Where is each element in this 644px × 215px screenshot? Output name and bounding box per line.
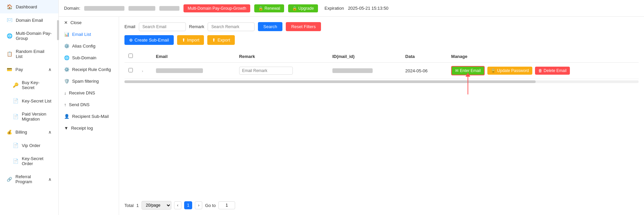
sidebar-item-label: Vip Order bbox=[22, 143, 40, 148]
vip-icon: 📄 bbox=[13, 143, 18, 148]
sec-item-send-dns[interactable]: ↑ Send DNS bbox=[59, 99, 119, 111]
sec-item-spam-filter[interactable]: 🛡️ Spam filtering bbox=[59, 75, 119, 87]
data-column-header: Data bbox=[401, 50, 447, 63]
sec-item-sub-domain[interactable]: 🌐 Sub-Domain bbox=[59, 52, 119, 64]
row-data-cell: 2024-05-06 bbox=[401, 63, 447, 79]
mailid-column-header: ID(mail_id) bbox=[328, 50, 401, 63]
goto-label: Go to bbox=[205, 203, 216, 208]
remark-column-header: Remark bbox=[235, 50, 328, 63]
email-table-container: Email Remark ID(mail_id) Data bbox=[124, 50, 639, 196]
sec-item-receive-dns[interactable]: ↓ Receive DNS bbox=[59, 87, 119, 99]
manage-actions: ✉ Enter Email bbox=[451, 66, 635, 75]
goto-page-input[interactable] bbox=[218, 201, 235, 209]
sidebar-item-referral[interactable]: 🔗 Referral Program ∧ bbox=[0, 170, 58, 188]
lock-icon: 🔒 bbox=[491, 68, 496, 73]
email-search-input[interactable] bbox=[139, 22, 186, 31]
sidebar-item-label: Key-Secret List bbox=[22, 98, 51, 103]
key-icon: 🔑 bbox=[13, 82, 18, 88]
expand-icon[interactable]: › bbox=[142, 69, 143, 73]
expand-header bbox=[138, 50, 152, 63]
trash-icon: 🗑 bbox=[538, 68, 542, 73]
page-size-select[interactable]: 20/page 50/page 100/page bbox=[142, 201, 171, 210]
pay-group-button[interactable]: Multi-Domain Pay-Group-Growth bbox=[183, 4, 250, 12]
sec-item-receipt-log[interactable]: ▼ Receipt log bbox=[59, 122, 119, 134]
receive-dns-icon: ↓ bbox=[64, 90, 66, 95]
export-button[interactable]: ⬆ Export bbox=[207, 35, 235, 45]
search-button[interactable]: Search bbox=[258, 22, 282, 31]
row-checkbox-cell bbox=[124, 63, 138, 79]
chevron-up-icon: ∧ bbox=[48, 130, 52, 135]
topbar: Domain: Multi-Domain Pay-Group-Growth 🔒 … bbox=[59, 0, 644, 17]
status-value bbox=[159, 6, 179, 11]
sec-item-receipt-rule[interactable]: ⚙️ Receipt Rule Config bbox=[59, 64, 119, 75]
expiration-date: 2025-05-21 15:13:50 bbox=[348, 6, 388, 11]
page-1-button[interactable]: 1 bbox=[184, 201, 193, 209]
email-table: Email Remark ID(mail_id) Data bbox=[124, 50, 639, 79]
sidebar-item-label: Key-Secret Order bbox=[22, 156, 52, 166]
horizontal-scrollbar[interactable] bbox=[124, 80, 639, 83]
sidebar-item-dashboard[interactable]: 🏠 Dashboard bbox=[0, 0, 58, 13]
create-sub-email-button[interactable]: ⊕ Create Sub-Email bbox=[124, 35, 174, 45]
row-manage-cell: ✉ Enter Email bbox=[447, 63, 639, 79]
export-icon: ⬆ bbox=[212, 38, 216, 43]
manage-column-header: Manage bbox=[447, 50, 639, 63]
chart-icon: 📊 bbox=[64, 32, 69, 37]
plus-icon: ⊕ bbox=[129, 38, 133, 43]
alias-icon: ⚙️ bbox=[64, 44, 69, 49]
sidebar-item-label: Random Email List bbox=[16, 49, 52, 59]
upgrade-button[interactable]: 🔒 Upgrade bbox=[288, 4, 318, 12]
sidebar-item-label: Domain Email bbox=[16, 18, 43, 23]
sidebar-item-pay[interactable]: 💳 Pay ∧ bbox=[0, 63, 58, 76]
recipient-icon: 👤 bbox=[64, 114, 69, 119]
row-email-cell bbox=[152, 63, 235, 79]
sidebar-item-buy-key-secret[interactable]: 🔑 Buy Key-Secret bbox=[0, 76, 58, 94]
prev-page-button[interactable]: ‹ bbox=[174, 201, 181, 209]
sidebar-item-key-secret-order[interactable]: 📄 Key-Secret Order bbox=[0, 152, 58, 170]
main-area: Domain: Multi-Domain Pay-Group-Growth 🔒 … bbox=[59, 0, 644, 215]
content-area: ✕ Close 📊 Email List ⚙️ Alias Config 🌐 S… bbox=[59, 17, 644, 215]
sec-item-recipient-sub[interactable]: 👤 Recipient Sub-Mail bbox=[59, 111, 119, 122]
row-checkbox[interactable] bbox=[128, 68, 133, 72]
row-expand-cell: › bbox=[138, 63, 152, 79]
expiration-label: Expiration bbox=[325, 6, 344, 11]
sidebar-item-multi-domain[interactable]: 🌐 Multi-Domain Pay-Group bbox=[0, 27, 58, 45]
sidebar-item-domain-email[interactable]: ✉️ Domain Email bbox=[0, 13, 58, 27]
sidebar-item-billing[interactable]: 💰 Billing ∧ bbox=[0, 126, 58, 139]
dashboard-icon: 🏠 bbox=[7, 4, 12, 9]
random-email-icon: 📋 bbox=[7, 51, 12, 57]
remark-search-input[interactable] bbox=[208, 22, 255, 31]
enter-icon: ✉ bbox=[455, 68, 459, 73]
sidebar-item-label: Billing bbox=[15, 130, 27, 135]
sec-item-alias-config[interactable]: ⚙️ Alias Config bbox=[59, 40, 119, 52]
sidebar-item-vip-order[interactable]: 📄 Vip Order bbox=[0, 139, 58, 152]
domain-value bbox=[84, 6, 124, 11]
order-icon: 📄 bbox=[13, 158, 18, 164]
total-label: Total bbox=[124, 203, 133, 208]
sidebar-item-label: Buy Key-Secret bbox=[22, 80, 52, 90]
sidebar-item-label: Referral Program bbox=[15, 174, 48, 184]
import-button[interactable]: ⬆ Import bbox=[177, 35, 204, 45]
select-all-header bbox=[124, 50, 138, 63]
sidebar-item-random-email[interactable]: 📋 Random Email List bbox=[0, 45, 58, 63]
delete-email-button[interactable]: 🗑 Delete Email bbox=[535, 67, 570, 75]
sec-item-email-list[interactable]: 📊 Email List bbox=[59, 28, 119, 40]
receipt-log-icon: ▼ bbox=[64, 126, 68, 131]
upgrade-icon: 🔒 bbox=[292, 6, 297, 11]
update-password-button[interactable]: 🔒 Update Password bbox=[487, 67, 532, 75]
email-filter-label: Email bbox=[124, 24, 136, 29]
sidebar-item-paid-migration[interactable]: 📄 Paid Version Migration bbox=[0, 108, 58, 126]
next-page-button[interactable]: › bbox=[195, 201, 202, 209]
sidebar-item-key-secret-list[interactable]: 📄 Key-Secret List bbox=[0, 94, 58, 108]
chevron-up-icon: ∧ bbox=[48, 67, 52, 72]
sidebar-item-label: Dashboard bbox=[16, 4, 37, 9]
pagination: Total 1 20/page 50/page 100/page ‹ 1 › G… bbox=[124, 201, 639, 210]
sub-domain-icon: 🌐 bbox=[64, 55, 69, 60]
select-all-checkbox[interactable] bbox=[128, 54, 133, 58]
remark-input[interactable] bbox=[239, 67, 293, 75]
sec-item-close[interactable]: ✕ Close bbox=[59, 17, 119, 28]
reset-filters-button[interactable]: Reset Filters bbox=[286, 22, 321, 31]
sidebar-item-label: Pay bbox=[15, 67, 23, 72]
renewal-button[interactable]: 🔒 Renewal bbox=[254, 4, 284, 12]
list-icon: 📄 bbox=[13, 98, 18, 103]
sidebar-item-label: Paid Version Migration bbox=[22, 112, 52, 122]
